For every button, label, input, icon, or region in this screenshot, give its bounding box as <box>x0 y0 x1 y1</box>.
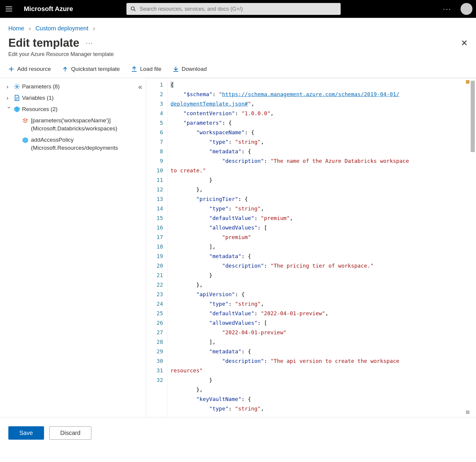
quickstart-template-button[interactable]: Quickstart template <box>62 66 120 72</box>
minimap-marker-icon <box>466 411 469 414</box>
download-button[interactable]: Download <box>173 66 207 72</box>
search-icon <box>131 6 136 12</box>
gear-icon <box>14 83 20 90</box>
tree-leaf-line1: [parameters('workspaceName')] <box>31 117 111 124</box>
editor-gutter: 1234567891011121314151617181920212223242… <box>146 78 167 417</box>
cube-icon <box>14 106 20 113</box>
tree-node-resources[interactable]: › Resources (2) <box>3 104 143 115</box>
chevron-down-icon: › <box>6 107 12 112</box>
title-more-icon[interactable]: ··· <box>86 39 93 47</box>
brand-label: Microsoft Azure <box>24 5 73 13</box>
search-input[interactable] <box>139 6 336 13</box>
tree-leaf-addaccesspolicy[interactable]: addAccessPolicy (Microsoft.Resources/dep… <box>3 134 143 154</box>
tree-leaf-workspace[interactable]: [parameters('workspaceName')] (Microsoft… <box>3 115 143 134</box>
footer: Save Discard <box>0 417 476 449</box>
editor-code-area[interactable]: { "$schema": "https://schema.management.… <box>167 78 476 417</box>
tree-leaf-line2: (Microsoft.Resources/deployments <box>31 145 118 151</box>
avatar[interactable] <box>461 3 472 15</box>
tree-leaf-line2: (Microsoft.Databricks/workspaces) <box>31 125 117 132</box>
hamburger-icon <box>6 7 12 11</box>
chevron-right-icon: › <box>7 95 12 101</box>
tree-leaf-line1: addAccessPolicy <box>31 137 74 143</box>
svg-point-1 <box>16 86 18 88</box>
close-icon[interactable]: ✕ <box>461 38 468 48</box>
chevron-right-icon: › <box>7 83 12 90</box>
hamburger-menu[interactable] <box>4 4 14 14</box>
editor-scrollbar[interactable] <box>471 81 475 152</box>
breadcrumb-home[interactable]: Home <box>8 25 24 32</box>
plus-icon <box>8 66 14 72</box>
breadcrumb-custom-deployment[interactable]: Custom deployment <box>35 25 88 32</box>
more-icon[interactable]: ··· <box>443 5 452 13</box>
load-file-button[interactable]: Load file <box>131 66 162 72</box>
toolbar-label: Load file <box>140 66 162 72</box>
document-icon <box>14 95 20 101</box>
page-subtitle: Edit your Azure Resource Manager templat… <box>0 51 476 63</box>
discard-button[interactable]: Discard <box>49 426 92 440</box>
tree-label: Parameters (8) <box>22 83 60 90</box>
toolbar-label: Add resource <box>17 66 51 72</box>
svg-point-0 <box>131 7 134 10</box>
tree-label: Resources (2) <box>22 106 57 113</box>
tree-node-parameters[interactable]: › Parameters (8) <box>3 81 143 92</box>
save-button[interactable]: Save <box>8 426 44 440</box>
toolbar: Add resource Quickstart template Load fi… <box>0 63 476 78</box>
tree-node-variables[interactable]: › Variables (1) <box>3 92 143 104</box>
page-title: Edit template <box>8 37 79 49</box>
topbar: Microsoft Azure ··· <box>0 0 476 18</box>
tree-label: Variables (1) <box>22 95 54 101</box>
global-search[interactable] <box>126 3 341 15</box>
breadcrumb: Home › Custom deployment › <box>0 18 476 35</box>
databricks-icon <box>22 118 29 124</box>
code-editor[interactable]: 1234567891011121314151617181920212223242… <box>146 78 476 417</box>
upload-icon <box>131 66 137 72</box>
download-icon <box>173 66 179 72</box>
chevron-right-icon: › <box>93 25 95 32</box>
outline-tree: « › Parameters (8) › Variables (1) › Res… <box>0 78 146 417</box>
cube-icon <box>22 137 29 143</box>
toolbar-label: Quickstart template <box>71 66 120 72</box>
toolbar-label: Download <box>182 66 207 72</box>
minimap-marker-icon <box>466 80 469 84</box>
collapse-panel-icon[interactable]: « <box>138 83 142 91</box>
arrow-up-icon <box>62 66 68 72</box>
chevron-right-icon: › <box>29 25 31 32</box>
add-resource-button[interactable]: Add resource <box>8 66 51 72</box>
